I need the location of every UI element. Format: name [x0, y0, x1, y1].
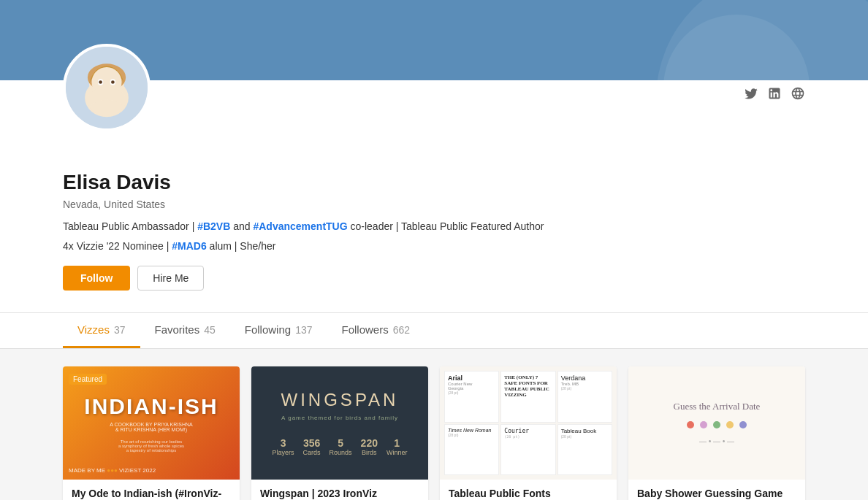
viz-card-1[interactable]: Featured INDIAN-ISH A COOKBOOK BY PRIYA … — [63, 366, 240, 500]
tab-following[interactable]: Following 137 — [230, 313, 327, 348]
viz-title-1: My Ode to Indian-ish (#IronViz-ish 2022) — [72, 487, 231, 500]
viz-title-2: Wingspan | 2023 IronViz Qualifier "Games… — [260, 487, 419, 500]
twitter-icon[interactable] — [744, 86, 758, 104]
profile-location: Nevada, United States — [63, 199, 805, 210]
website-icon[interactable] — [791, 86, 805, 104]
tab-followers-label: Followers — [342, 323, 389, 336]
viz-thumbnail-1: Featured INDIAN-ISH A COOKBOOK BY PRIYA … — [63, 366, 240, 480]
viz-thumbnail-2: WINGSPAN A game themed for birds and fam… — [251, 366, 428, 480]
tab-vizzes[interactable]: Vizzes 37 — [63, 313, 140, 348]
tab-favorites[interactable]: Favorites 45 — [140, 313, 230, 348]
tabs-nav: Vizzes 37 Favorites 45 Following 137 Fol… — [63, 313, 805, 348]
viz-info-2: Wingspan | 2023 IronViz Qualifier "Games… — [251, 480, 428, 500]
linkedin-icon[interactable] — [767, 86, 782, 104]
viz-title-4: Baby Shower Guessing Game — [637, 487, 796, 500]
profile-bio-1: Tableau Public Ambassador | #B2VB and #A… — [63, 219, 805, 234]
viz-title-3: Tableau Public Fonts — [449, 487, 608, 500]
content-area: Featured INDIAN-ISH A COOKBOOK BY PRIYA … — [0, 349, 868, 500]
viz-thumbnail-3: Arial Courier New Georgia (28 pt) THE (O… — [440, 366, 617, 480]
viz-thumbnail-4: Guess the Arrival Date — • — • — — [628, 366, 805, 480]
tab-vizzes-label: Vizzes — [77, 323, 110, 336]
svg-point-7 — [99, 80, 102, 84]
profile-name: Elisa Davis — [63, 171, 805, 194]
viz-card-3[interactable]: Arial Courier New Georgia (28 pt) THE (O… — [440, 366, 617, 500]
tab-followers[interactable]: Followers 662 — [327, 313, 425, 348]
action-buttons: Follow Hire Me — [63, 266, 805, 291]
avatar-wrapper — [63, 44, 151, 131]
profile-section: Elisa Davis Nevada, United States Tablea… — [0, 80, 868, 313]
hire-me-button[interactable]: Hire Me — [137, 266, 204, 291]
tab-favorites-label: Favorites — [155, 323, 200, 336]
tab-following-count: 137 — [295, 324, 312, 336]
follow-button[interactable]: Follow — [63, 266, 130, 291]
svg-point-8 — [111, 80, 115, 84]
viz-card-2[interactable]: WINGSPAN A game themed for birds and fam… — [251, 366, 428, 500]
social-icons-container — [744, 80, 805, 104]
tab-following-label: Following — [245, 323, 291, 336]
tab-favorites-count: 45 — [204, 324, 216, 336]
featured-badge: Featured — [69, 374, 107, 385]
viz-info-4: Baby Shower Guessing Game Elisa Davis ☆ … — [628, 480, 805, 500]
viz-card-4[interactable]: Guess the Arrival Date — • — • — Baby Sh… — [628, 366, 805, 500]
profile-bio-2: 4x Vizzie '22 Nominee | #MAD6 alum | She… — [63, 239, 805, 254]
avatar — [63, 44, 151, 131]
vizzes-grid: Featured INDIAN-ISH A COOKBOOK BY PRIYA … — [63, 366, 805, 500]
tabs-section: Vizzes 37 Favorites 45 Following 137 Fol… — [0, 313, 868, 349]
viz-info-1: My Ode to Indian-ish (#IronViz-ish 2022)… — [63, 480, 240, 500]
tab-followers-count: 662 — [393, 324, 410, 336]
viz-info-3: Tableau Public Fonts Elisa Davis ☆ 5 👁 9… — [440, 480, 617, 500]
tab-vizzes-count: 37 — [114, 324, 126, 336]
